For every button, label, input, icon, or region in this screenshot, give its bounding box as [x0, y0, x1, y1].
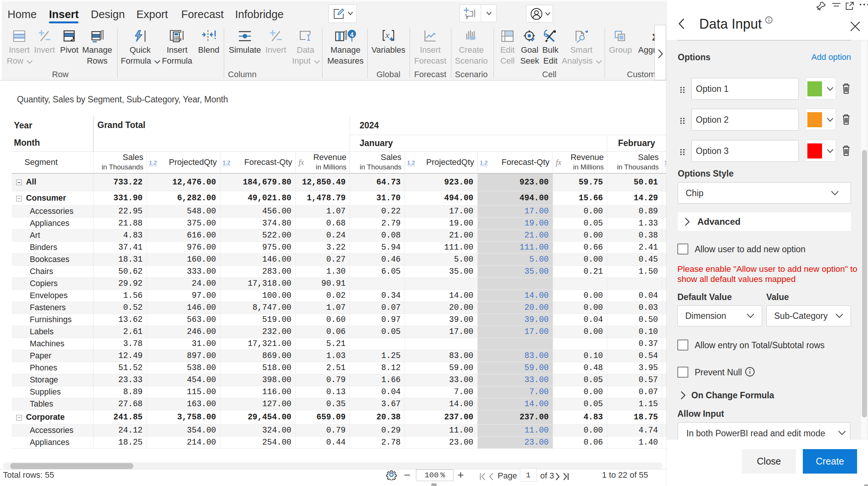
svg-text:x: x — [385, 30, 390, 40]
svg-text:4: 4 — [350, 31, 354, 38]
